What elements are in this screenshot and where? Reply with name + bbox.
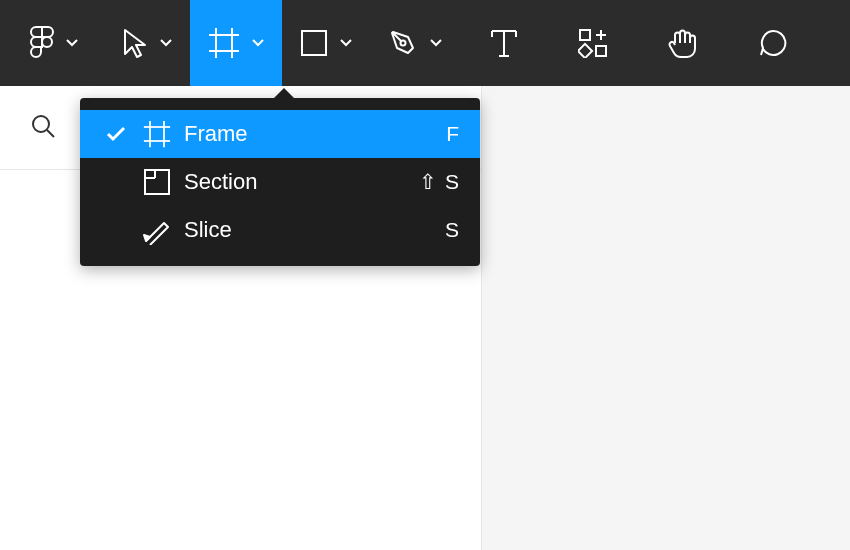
resources-tool-button[interactable] bbox=[548, 0, 638, 86]
chevron-down-icon bbox=[430, 39, 442, 47]
menu-item-label: Section bbox=[178, 169, 419, 195]
rectangle-icon bbox=[300, 29, 328, 57]
figma-logo-icon bbox=[30, 26, 54, 60]
toolbar bbox=[0, 0, 850, 86]
section-icon bbox=[136, 168, 178, 196]
svg-point-6 bbox=[401, 41, 406, 46]
svg-line-22 bbox=[47, 130, 54, 137]
chevron-down-icon bbox=[66, 39, 78, 47]
resources-icon bbox=[578, 28, 608, 58]
pen-icon bbox=[388, 28, 418, 58]
move-icon bbox=[122, 28, 148, 58]
pen-tool-button[interactable] bbox=[370, 0, 460, 86]
svg-rect-5 bbox=[302, 31, 326, 55]
comment-tool-button[interactable] bbox=[728, 0, 818, 86]
frame-icon bbox=[136, 120, 178, 148]
menu-item-shortcut: ⇧ S bbox=[419, 170, 460, 194]
menu-item-shortcut: F bbox=[446, 122, 460, 146]
main-menu-button[interactable] bbox=[4, 0, 104, 86]
chevron-down-icon bbox=[252, 39, 264, 47]
shape-tool-button[interactable] bbox=[282, 0, 370, 86]
menu-item-label: Frame bbox=[178, 121, 446, 147]
text-tool-button[interactable] bbox=[460, 0, 548, 86]
move-tool-button[interactable] bbox=[104, 0, 190, 86]
comment-icon bbox=[758, 28, 788, 58]
svg-point-21 bbox=[33, 116, 49, 132]
svg-rect-14 bbox=[578, 44, 592, 58]
frame-tool-dropdown: Frame F Section ⇧ S Slice S bbox=[80, 98, 480, 266]
frame-icon bbox=[208, 27, 240, 59]
menu-item-label: Slice bbox=[178, 217, 445, 243]
search-icon bbox=[30, 113, 56, 143]
svg-rect-27 bbox=[145, 170, 169, 194]
svg-rect-15 bbox=[596, 46, 606, 56]
hand-icon bbox=[668, 27, 698, 59]
slice-icon bbox=[136, 215, 178, 245]
svg-rect-13 bbox=[580, 30, 590, 40]
text-icon bbox=[490, 28, 518, 58]
menu-item-frame[interactable]: Frame F bbox=[80, 110, 480, 158]
check-icon bbox=[96, 126, 136, 142]
chevron-down-icon bbox=[340, 39, 352, 47]
canvas[interactable] bbox=[482, 86, 850, 550]
hand-tool-button[interactable] bbox=[638, 0, 728, 86]
menu-item-section[interactable]: Section ⇧ S bbox=[80, 158, 480, 206]
menu-item-slice[interactable]: Slice S bbox=[80, 206, 480, 254]
frame-tool-button[interactable] bbox=[190, 0, 282, 86]
chevron-down-icon bbox=[160, 39, 172, 47]
svg-point-0 bbox=[42, 37, 52, 47]
menu-item-shortcut: S bbox=[445, 218, 460, 242]
